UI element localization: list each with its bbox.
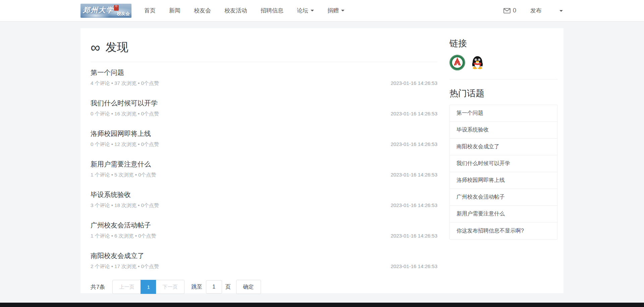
publish-button[interactable]: 发布 <box>530 7 542 14</box>
nav-item-home[interactable]: 首页 <box>144 7 156 14</box>
hot-topics-heading: 热门话题 <box>449 88 557 99</box>
qq-penguin-icon[interactable] <box>470 55 485 70</box>
content-card: ∞ 发现 第一个问题 4 个评论 • 37 次浏览 • 0个点赞 2023-01… <box>80 28 564 293</box>
logo-seal-icon: 印 <box>114 5 119 11</box>
topic-item: 我们什么时候可以开学 0 个评论 • 16 次浏览 • 0个点赞 2023-01… <box>91 93 437 123</box>
nav-item-forum-dropdown[interactable]: 论坛 <box>297 7 314 14</box>
topic-meta: 3 个评论 • 18 次浏览 • 0个点赞 <box>91 202 159 209</box>
topic-timestamp: 2023-01-16 14:26:53 <box>391 233 437 239</box>
site-logo-title: 郑州大学 <box>83 5 114 15</box>
site-logo[interactable]: 郑州大学 印 校友会 <box>80 4 131 18</box>
topic-title-link[interactable]: 广州校友会活动帖子 <box>91 221 151 230</box>
topic-meta: 0 个评论 • 12 次浏览 • 0个点赞 <box>91 141 159 148</box>
jump-to-label: 跳至 <box>192 284 202 291</box>
topic-item: 新用户需要注意什么 1 个评论 • 5 次浏览 • 0个点赞 2023-01-1… <box>91 154 437 184</box>
nav-item-alumni-activities[interactable]: 校友活动 <box>224 7 247 14</box>
hot-topic-item[interactable]: 毕设系统验收 <box>450 122 557 139</box>
topic-item: 洛师校园网即将上线 0 个评论 • 12 次浏览 • 0个点赞 2023-01-… <box>91 123 437 154</box>
links-row <box>449 55 557 80</box>
page-footer <box>0 303 644 307</box>
infinity-icon: ∞ <box>91 41 100 54</box>
confirm-button[interactable]: 确定 <box>236 280 261 294</box>
topic-timestamp: 2023-01-16 14:26:53 <box>391 80 437 86</box>
hot-topics-list: 第一个问题 毕设系统验收 南阳校友会成立了 我们什么时候可以开学 洛师校园网即将… <box>449 105 557 240</box>
topic-title-link[interactable]: 毕设系统验收 <box>91 190 131 199</box>
hot-topic-item[interactable]: 你这发布招聘信息不显示啊? <box>450 222 557 239</box>
envelope-icon <box>503 8 511 13</box>
zhengzhou-university-badge-icon[interactable] <box>449 55 465 70</box>
sidebar: 链接 <box>437 28 564 240</box>
topic-item: 南阳校友会成立了 2 个评论 • 17 次浏览 • 0个点赞 2023-01-1… <box>91 245 437 276</box>
message-count: 0 <box>513 7 516 14</box>
page-unit-label: 页 <box>225 284 231 291</box>
links-heading: 链接 <box>449 38 557 49</box>
topic-list: 第一个问题 4 个评论 • 37 次浏览 • 0个点赞 2023-01-16 1… <box>91 62 437 276</box>
hot-topic-item[interactable]: 新用户需要注意什么 <box>450 206 557 222</box>
topic-timestamp: 2023-01-16 14:26:53 <box>391 111 437 116</box>
nav-menu: 首页 新闻 校友会 校友活动 招聘信息 论坛 捐赠 <box>144 7 358 14</box>
topic-meta: 0 个评论 • 16 次浏览 • 0个点赞 <box>91 111 159 117</box>
hot-topic-item[interactable]: 我们什么时候可以开学 <box>450 155 557 172</box>
prev-page-button[interactable]: 上一页 <box>112 280 141 294</box>
page-button-group: 上一页 1 下一页 <box>112 280 184 294</box>
page-jump-input[interactable] <box>206 280 222 294</box>
chevron-down-icon <box>559 10 563 12</box>
nav-item-news[interactable]: 新闻 <box>169 7 180 14</box>
pagination: 共7条 上一页 1 下一页 跳至 页 确定 <box>91 280 437 294</box>
page-title: ∞ 发现 <box>91 40 437 55</box>
topic-title-link[interactable]: 第一个问题 <box>91 68 124 77</box>
chevron-down-icon <box>341 10 344 11</box>
topic-item: 第一个问题 4 个评论 • 37 次浏览 • 0个点赞 2023-01-16 1… <box>91 62 437 93</box>
topic-meta: 1 个评论 • 5 次浏览 • 0个点赞 <box>91 172 156 178</box>
discover-section: ∞ 发现 第一个问题 4 个评论 • 37 次浏览 • 0个点赞 2023-01… <box>80 28 437 294</box>
hot-topic-item[interactable]: 第一个问题 <box>450 105 557 122</box>
topic-timestamp: 2023-01-16 14:26:53 <box>391 172 437 177</box>
hot-topic-item[interactable]: 南阳校友会成立了 <box>450 139 557 155</box>
topic-meta: 4 个评论 • 37 次浏览 • 0个点赞 <box>91 80 159 87</box>
pagination-total: 共7条 <box>91 283 105 291</box>
page-1-button[interactable]: 1 <box>141 280 156 294</box>
topic-timestamp: 2023-01-16 14:26:53 <box>391 263 437 269</box>
topic-title-link[interactable]: 南阳校友会成立了 <box>91 251 144 260</box>
hot-topic-item[interactable]: 洛师校园网即将上线 <box>450 172 557 189</box>
topic-title-link[interactable]: 新用户需要注意什么 <box>91 160 151 169</box>
nav-item-alumni-association[interactable]: 校友会 <box>194 7 211 14</box>
nav-item-jobs[interactable]: 招聘信息 <box>261 7 283 14</box>
topic-timestamp: 2023-01-16 14:26:53 <box>391 202 437 208</box>
next-page-button[interactable]: 下一页 <box>156 280 184 294</box>
topic-timestamp: 2023-01-16 14:26:53 <box>391 141 437 147</box>
topic-title-link[interactable]: 洛师校园网即将上线 <box>91 129 151 138</box>
nav-item-donate-dropdown[interactable]: 捐赠 <box>327 7 344 14</box>
topic-title-link[interactable]: 我们什么时候可以开学 <box>91 99 158 108</box>
user-menu-toggle[interactable] <box>556 6 564 16</box>
chevron-down-icon <box>311 10 314 11</box>
messages-button[interactable]: 0 <box>503 7 516 14</box>
site-logo-subtitle: 校友会 <box>117 11 130 17</box>
top-navbar: 郑州大学 印 校友会 首页 新闻 校友会 校友活动 招聘信息 论坛 捐赠 0 发… <box>0 0 644 21</box>
topic-meta: 2 个评论 • 17 次浏览 • 0个点赞 <box>91 263 159 270</box>
topic-item: 广州校友会活动帖子 1 个评论 • 6 次浏览 • 0个点赞 2023-01-1… <box>91 215 437 245</box>
hot-topic-item[interactable]: 广州校友会活动帖子 <box>450 189 557 206</box>
topic-item: 毕设系统验收 3 个评论 • 18 次浏览 • 0个点赞 2023-01-16 … <box>91 184 437 215</box>
topic-meta: 1 个评论 • 6 次浏览 • 0个点赞 <box>91 233 156 239</box>
